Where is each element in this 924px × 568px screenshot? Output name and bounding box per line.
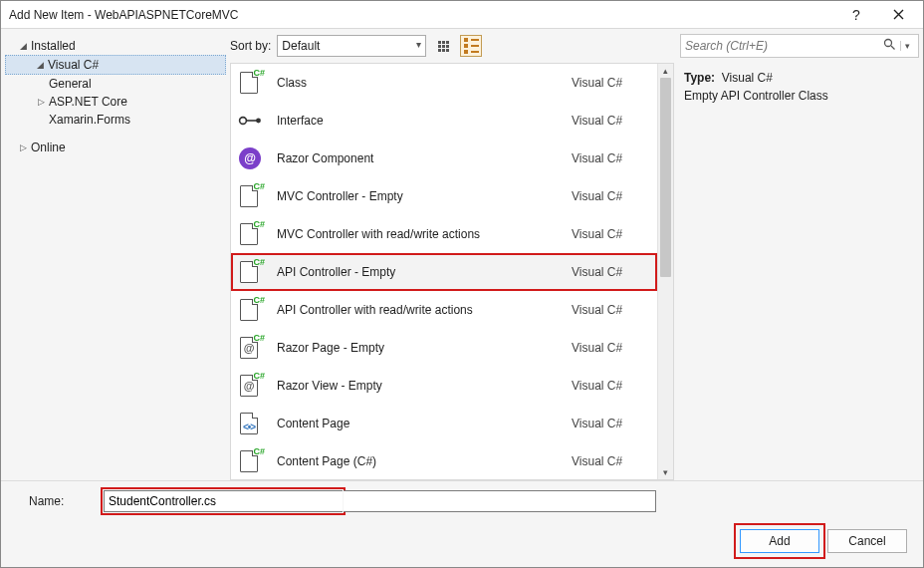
name-input-extension[interactable]	[344, 490, 656, 512]
cancel-button[interactable]: Cancel	[827, 529, 907, 553]
info-type-value: Visual C#	[722, 71, 773, 85]
template-name: Interface	[269, 114, 572, 128]
template-lang: Visual C#	[572, 189, 649, 203]
template-name: MVC Controller - Empty	[269, 189, 572, 203]
template-name: Razor Page - Empty	[269, 341, 572, 355]
template-lang: Visual C#	[572, 454, 649, 468]
content-page-icon: <•>	[237, 411, 263, 436]
sort-by-select[interactable]: Default ▾	[277, 35, 426, 57]
add-button[interactable]: Add	[740, 529, 819, 553]
template-lang: Visual C#	[572, 114, 649, 128]
template-lang: Visual C#	[572, 265, 649, 279]
template-row-content-page-cs[interactable]: C# Content Page (C#) Visual C#	[231, 442, 657, 479]
template-row-content-page[interactable]: <•> Content Page Visual C#	[231, 405, 657, 442]
template-row-razor-view[interactable]: @C# Razor View - Empty Visual C#	[231, 367, 657, 405]
tree-xamarin-forms[interactable]: Xamarin.Forms	[5, 111, 226, 129]
svg-point-1	[240, 117, 247, 124]
tree-label: Xamarin.Forms	[49, 113, 130, 127]
search-icon	[883, 38, 896, 54]
sort-by-label: Sort by:	[230, 39, 271, 53]
content-page-cs-icon: C#	[237, 448, 263, 474]
category-tree: ◢ Installed ◢ Visual C# General ▷ ASP.NE…	[1, 29, 230, 480]
template-name: Razor Component	[269, 151, 572, 165]
razor-page-icon: @C#	[237, 335, 263, 361]
expander-collapsed-icon: ◢	[34, 60, 46, 70]
controller-icon: C#	[237, 221, 263, 247]
tree-label: Installed	[31, 39, 76, 53]
template-name: Content Page	[269, 417, 572, 430]
template-lang: Visual C#	[572, 76, 649, 90]
template-name: Class	[269, 76, 572, 90]
tree-online[interactable]: ▷ Online	[5, 139, 226, 156]
razor-view-icon: @C#	[237, 373, 263, 399]
template-row-mvc-rw[interactable]: C# MVC Controller with read/write action…	[231, 215, 657, 253]
titlebar: Add New Item - WebAPIASPNETCoreMVC ?	[1, 1, 923, 29]
template-lang: Visual C#	[572, 417, 649, 430]
template-name: MVC Controller with read/write actions	[269, 227, 572, 241]
template-info-pane: Type: Visual C# Empty API Controller Cla…	[674, 63, 923, 480]
template-lang: Visual C#	[572, 379, 649, 393]
controller-icon: C#	[237, 297, 263, 323]
tree-general[interactable]: General	[5, 75, 226, 93]
search-placeholder: Search (Ctrl+E)	[685, 39, 768, 53]
view-grid-button[interactable]	[432, 35, 454, 57]
info-description: Empty API Controller Class	[684, 89, 913, 103]
expander-collapsed-icon: ◢	[17, 41, 29, 51]
tree-aspnet-core[interactable]: ▷ ASP.NET Core	[5, 93, 226, 111]
template-lang: Visual C#	[572, 341, 649, 355]
template-name: Content Page (C#)	[269, 454, 572, 468]
toolbar: Sort by: Default ▾ Search	[230, 29, 923, 63]
scroll-down-icon[interactable]: ▾	[658, 465, 673, 479]
razor-component-icon: @	[237, 145, 263, 171]
view-list-button[interactable]	[460, 35, 482, 57]
expander-icon: ▷	[35, 97, 47, 107]
template-row-interface[interactable]: Interface Visual C#	[231, 102, 657, 140]
svg-point-0	[885, 40, 892, 47]
dialog-footer: Name: Add Cancel	[1, 480, 923, 567]
tree-label: Online	[31, 141, 66, 154]
template-lang: Visual C#	[572, 227, 649, 241]
window-title: Add New Item - WebAPIASPNETCoreMVC	[9, 8, 835, 22]
grid-icon	[438, 41, 449, 52]
tree-visual-csharp[interactable]: ◢ Visual C#	[5, 55, 226, 75]
info-type-label: Type:	[684, 71, 715, 85]
name-highlight	[101, 487, 346, 515]
expander-icon: ▷	[17, 142, 29, 152]
svg-point-2	[256, 118, 261, 123]
sort-value: Default	[282, 39, 320, 53]
controller-icon: C#	[237, 259, 263, 285]
close-button[interactable]	[877, 1, 919, 29]
search-dropdown-icon[interactable]: ▾	[900, 41, 914, 51]
template-lang: Visual C#	[572, 151, 649, 165]
template-name: API Controller with read/write actions	[269, 303, 572, 317]
help-button[interactable]: ?	[835, 1, 877, 29]
tree-label: Visual C#	[48, 58, 99, 72]
class-icon: C#	[237, 70, 263, 96]
name-field-label: Name:	[11, 494, 91, 508]
template-list: C# Class Visual C# Interface Visual C#	[230, 63, 674, 480]
tree-label: General	[49, 77, 92, 91]
name-input[interactable]	[104, 490, 343, 512]
template-name: API Controller - Empty	[269, 265, 572, 279]
tree-label: ASP.NET Core	[49, 95, 127, 109]
template-row-api-rw[interactable]: C# API Controller with read/write action…	[231, 291, 657, 329]
controller-icon: C#	[237, 183, 263, 209]
button-label: Cancel	[848, 534, 885, 548]
scrollbar-thumb[interactable]	[660, 78, 671, 277]
template-name: Razor View - Empty	[269, 379, 572, 393]
list-icon	[464, 38, 479, 54]
template-row-razor-page[interactable]: @C# Razor Page - Empty Visual C#	[231, 329, 657, 367]
button-label: Add	[769, 534, 790, 548]
interface-icon	[237, 114, 263, 128]
chevron-down-icon: ▾	[416, 39, 421, 50]
template-row-class[interactable]: C# Class Visual C#	[231, 64, 657, 102]
template-row-razor-component[interactable]: @ Razor Component Visual C#	[231, 140, 657, 177]
search-input[interactable]: Search (Ctrl+E) ▾	[680, 34, 919, 58]
add-new-item-dialog: Add New Item - WebAPIASPNETCoreMVC ? ◢ I…	[0, 0, 924, 568]
scroll-up-icon[interactable]: ▴	[658, 64, 673, 78]
template-row-api-empty[interactable]: C# API Controller - Empty Visual C#	[231, 253, 657, 291]
vertical-scrollbar[interactable]: ▴ ▾	[657, 64, 673, 479]
template-row-mvc-empty[interactable]: C# MVC Controller - Empty Visual C#	[231, 177, 657, 215]
template-lang: Visual C#	[572, 303, 649, 317]
tree-installed[interactable]: ◢ Installed	[5, 37, 226, 55]
